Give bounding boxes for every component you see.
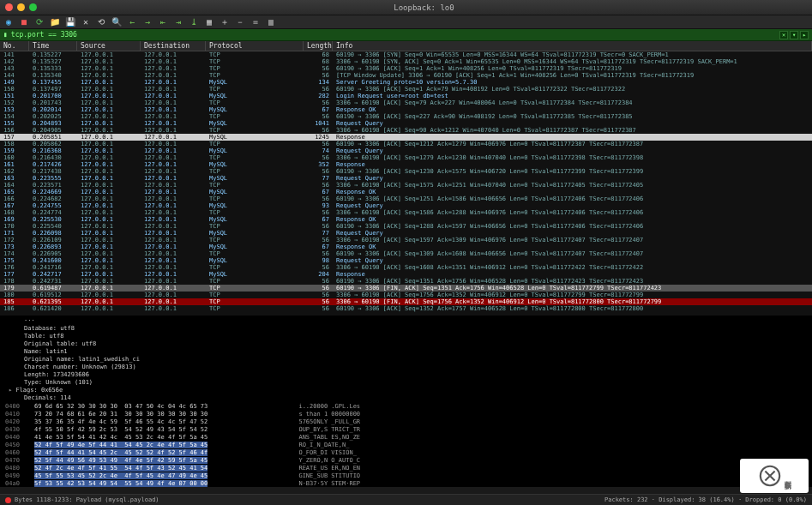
packet-row[interactable]: 1790.619487127.0.0.1127.0.0.1TCP5660190 … [0,285,812,292]
packet-row[interactable]: 1740.226905127.0.0.1127.0.0.1TCP5660190 … [0,250,812,257]
packet-row[interactable]: 1580.205862127.0.0.1127.0.0.1TCP5660190 … [0,141,812,147]
hex-row[interactable]: 04a05f 53 55 42 53 54 49 54 55 54 49 4f … [5,480,807,487]
packet-row[interactable]: 1860.621420127.0.0.1127.0.0.1TCP5660190 … [0,305,812,312]
packet-list-body[interactable]: 1410.135227127.0.0.1127.0.0.1TCP6860190 … [0,51,812,316]
window-title: Loopback: lo0 [41,3,807,12]
detail-flags[interactable]: Flags: 0x656e [9,387,803,394]
hex-row[interactable]: 047052 5f 44 49 56 49 53 49 4f 4e 5f 42 … [5,457,807,465]
packet-row[interactable]: 1520.201743127.0.0.1127.0.0.1TCP563306 →… [0,99,812,106]
packet-row[interactable]: 1750.241600127.0.0.1127.0.0.1MySQL98Requ… [0,257,812,264]
reload-icon[interactable]: ⟲ [96,17,106,27]
detail-line: Charset number: Unknown (29813) [9,364,803,371]
titlebar: Loopback: lo0 [0,0,812,15]
filter-bookmark-icon[interactable]: ▮ [3,31,8,39]
packet-row[interactable]: 1690.225530127.0.0.1127.0.0.1MySQL67Resp… [0,216,812,223]
packet-row[interactable]: 1780.242731127.0.0.1127.0.0.1TCP5660190 … [0,278,812,285]
colorize-icon[interactable]: ▦ [204,17,214,27]
minimize-icon[interactable] [17,3,25,11]
main-toolbar: ◉ ■ ⟳ 📁 💾 ✕ ⟲ 🔍 ← → ⇤ ⇥ ⤓ ▦ ＋ － ＝ ▥ [0,15,812,29]
packet-row[interactable]: 1650.224669127.0.0.1127.0.0.1MySQL67Resp… [0,189,812,195]
packet-row[interactable]: 1800.619512127.0.0.1127.0.0.1TCP563306 →… [0,292,812,298]
detail-line: ··· [9,317,803,325]
go-first-icon[interactable]: ⇤ [158,17,168,27]
hex-dump-pane[interactable]: 040069 6d 65 32 30 30 30 30 03 47 50 4c … [0,401,812,487]
packet-row[interactable]: 1440.135340127.0.0.1127.0.0.1TCP56[TCP W… [0,72,812,79]
packet-row[interactable]: 1540.202025127.0.0.1127.0.0.1TCP5660190 … [0,113,812,120]
hex-row[interactable]: 040069 6d 65 32 30 30 30 30 03 47 50 4c … [5,403,807,411]
packet-row[interactable]: 1490.137455127.0.0.1127.0.0.1MySQL134Ser… [0,79,812,86]
packet-row[interactable]: 1510.201700127.0.0.1127.0.0.1MySQL282Log… [0,93,812,99]
packet-list-header: No. Time Source Destination Protocol Len… [0,41,812,51]
detail-line: Database: utf8 [9,325,803,333]
packet-row[interactable]: 1660.224682127.0.0.1127.0.0.1TCP5660190 … [0,195,812,202]
close-file-icon[interactable]: ✕ [81,17,91,27]
hex-row[interactable]: 044041 4e 53 5f 54 41 42 4c 45 53 2c 4e … [5,434,807,442]
packet-row[interactable]: 1420.135327127.0.0.1127.0.0.1TCP683306 →… [0,58,812,65]
start-capture-icon[interactable]: ◉ [3,17,14,27]
display-filter-bar: ▮ ✕ ▾ ▸ [0,29,812,41]
detail-line: Name: latin1 [9,348,803,356]
go-back-icon[interactable]: ← [127,17,137,27]
display-filter-input[interactable] [11,31,779,39]
expert-info-icon[interactable] [5,497,11,503]
col-header-source[interactable]: Source [77,41,141,51]
restart-capture-icon[interactable]: ⟳ [34,17,45,27]
detail-line: Original name: latin1_swedish_ci [9,356,803,364]
save-icon[interactable]: 💾 [65,17,75,27]
filter-clear-icon[interactable]: ✕ [779,31,788,39]
status-bar: Bytes 1118-1233: Payload (mysql.payload)… [0,494,812,505]
detail-line: Type: Unknown (101) [9,379,803,387]
packet-row[interactable]: 1610.217426127.0.0.1127.0.0.1MySQL352Res… [0,161,812,168]
packet-detail-pane[interactable]: ···Database: utf8Table: utf8Original tab… [0,316,812,401]
packet-row[interactable]: 1530.202014127.0.0.1127.0.0.1MySQL67Resp… [0,106,812,113]
col-header-info[interactable]: Info [333,41,812,51]
col-header-no[interactable]: No. [0,41,29,51]
packet-row[interactable]: 1760.241716127.0.0.1127.0.0.1TCP563306 →… [0,264,812,271]
packet-row[interactable]: 1720.226109127.0.0.1127.0.0.1TCP563306 →… [0,237,812,243]
resize-cols-icon[interactable]: ▥ [266,17,276,27]
packet-row[interactable]: 1410.135227127.0.0.1127.0.0.1TCP6860190 … [0,51,812,58]
open-file-icon[interactable]: 📁 [50,17,60,27]
packet-row[interactable]: 1730.226893127.0.0.1127.0.0.1MySQL67Resp… [0,243,812,250]
hex-row[interactable]: 042035 37 36 35 4f 4e 4c 59 5f 46 55 4c … [5,418,807,426]
filter-recent-icon[interactable]: ▸ [800,31,809,39]
hex-row[interactable]: 04304f 55 50 5f 42 59 2c 53 54 52 49 43 … [5,426,807,434]
packet-row[interactable]: 1570.205851127.0.0.1127.0.0.1MySQL1245Re… [0,134,812,141]
packet-row[interactable]: 1670.224755127.0.0.1127.0.0.1MySQL93Requ… [0,202,812,209]
hex-row[interactable]: 045052 4f 5f 49 4e 5f 44 41 54 45 2c 4e … [5,442,807,449]
zoom-out-icon[interactable]: － [235,17,245,27]
zoom-in-icon[interactable]: ＋ [220,17,230,27]
packet-row[interactable]: 1710.226098127.0.0.1127.0.0.1MySQL77Requ… [0,230,812,237]
filter-apply-icon[interactable]: ▾ [790,31,798,39]
go-fwd-icon[interactable]: → [142,17,153,27]
hex-row[interactable]: 049045 5f 55 53 45 52 2c 4e 4f 5f 45 4e … [5,472,807,480]
hex-row[interactable]: 046052 4f 5f 44 41 54 45 2c 45 52 52 4f … [5,449,807,457]
hex-row[interactable]: 048052 4f 2c 4e 4f 5f 41 55 54 4f 5f 43 … [5,465,807,472]
packet-row[interactable]: 1680.224774127.0.0.1127.0.0.1TCP563306 →… [0,209,812,216]
packet-row[interactable]: 1590.216368127.0.0.1127.0.0.1MySQL74Requ… [0,147,812,154]
zoom-reset-icon[interactable]: ＝ [250,17,261,27]
col-header-proto[interactable]: Protocol [206,41,304,51]
packet-row[interactable]: 1560.204905127.0.0.1127.0.0.1TCP563306 →… [0,127,812,134]
find-icon[interactable]: 🔍 [111,17,122,27]
packet-row[interactable]: 1640.223571127.0.0.1127.0.0.1TCP563306 →… [0,182,812,189]
col-header-len[interactable]: Length [304,41,333,51]
packet-row[interactable]: 1600.216430127.0.0.1127.0.0.1TCP563306 →… [0,154,812,161]
stop-capture-icon[interactable]: ■ [19,17,29,27]
hex-row[interactable]: 041073 20 74 68 61 6e 20 31 30 30 30 30 … [5,411,807,418]
close-icon[interactable] [5,3,13,11]
watermark-logo: 创新互联 [740,459,809,493]
go-last-icon[interactable]: ⇥ [173,17,183,27]
packet-row[interactable]: 1770.242717127.0.0.1127.0.0.1MySQL204Res… [0,271,812,278]
packet-row[interactable]: 1630.223555127.0.0.1127.0.0.1MySQL77Requ… [0,175,812,182]
packet-row[interactable]: 1430.135333127.0.0.1127.0.0.1TCP5660190 … [0,65,812,72]
col-header-dest[interactable]: Destination [141,41,206,51]
packet-row[interactable]: 1700.225540127.0.0.1127.0.0.1TCP5660190 … [0,223,812,230]
auto-scroll-icon[interactable]: ⤓ [189,17,199,27]
packet-row[interactable]: 1850.621395127.0.0.1127.0.0.1TCP563306 →… [0,298,812,305]
col-header-time[interactable]: Time [29,41,77,51]
packet-row[interactable]: 1500.137497127.0.0.1127.0.0.1TCP5660190 … [0,86,812,93]
packet-row[interactable]: 1620.217438127.0.0.1127.0.0.1TCP5660190 … [0,168,812,175]
packet-row[interactable]: 1550.204893127.0.0.1127.0.0.1MySQL1041Re… [0,120,812,127]
zoom-icon[interactable] [29,3,37,11]
